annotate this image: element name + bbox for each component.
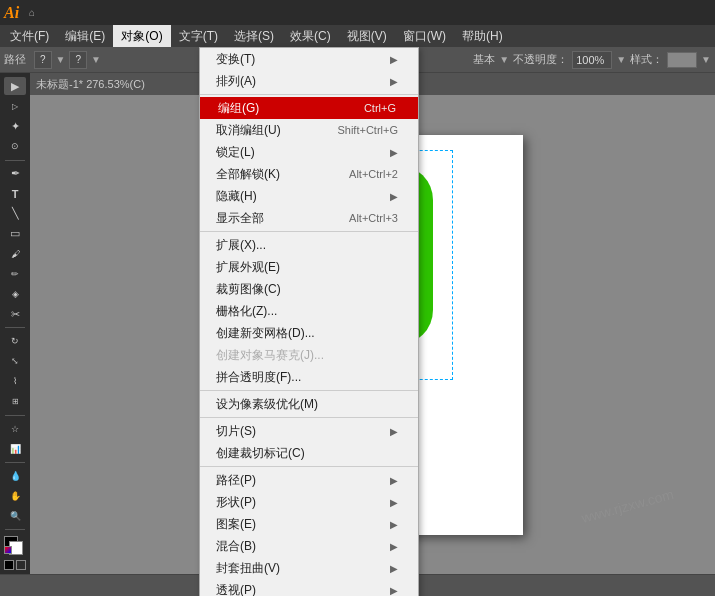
tool-sep-4 (5, 462, 25, 463)
object-menu-dropdown: 变换(T) ▶ 排列(A) ▶ 编组(G) Ctrl+G 取消编组(U) Shi… (199, 47, 419, 596)
left-toolbar: ▶ ▷ ✦ ⊙ ✒ T ╲ ▭ 🖌 ✏ ◈ ✂ ↻ ⤡ ⌇ ⊞ ☆ 📊 💧 ✋ … (0, 73, 30, 574)
menu-arrange[interactable]: 排列(A) ▶ (200, 70, 418, 92)
color-swatches[interactable] (4, 536, 26, 554)
magic-wand-btn[interactable]: ✦ (4, 117, 26, 135)
shortcut-group: Ctrl+G (364, 102, 396, 114)
question-btn2[interactable]: ? (69, 51, 87, 69)
tool-sep-1 (5, 160, 25, 161)
eraser-btn[interactable]: ◈ (4, 285, 26, 303)
menu-effect[interactable]: 效果(C) (282, 25, 339, 47)
sep-5 (200, 466, 418, 467)
menu-file[interactable]: 文件(F) (2, 25, 57, 47)
menu-rasterize[interactable]: 栅格化(Z)... (200, 300, 418, 322)
menu-path[interactable]: 路径(P) ▶ (200, 469, 418, 491)
arrow-slice: ▶ (390, 426, 398, 437)
arrow-envelope: ▶ (390, 563, 398, 574)
menu-hide[interactable]: 隐藏(H) ▶ (200, 185, 418, 207)
rotate-btn[interactable]: ↻ (4, 332, 26, 350)
menu-create-trim-marks[interactable]: 创建裁切标记(C) (200, 442, 418, 464)
rect-btn[interactable]: ▭ (4, 225, 26, 243)
menu-flatten-transparency[interactable]: 拼合透明度(F)... (200, 366, 418, 388)
chart-btn[interactable]: 📊 (4, 440, 26, 458)
symbol-btn[interactable]: ☆ (4, 419, 26, 437)
arrow-hide: ▶ (390, 191, 398, 202)
arrow-arrange: ▶ (390, 76, 398, 87)
eyedropper-btn[interactable]: 💧 (4, 467, 26, 485)
filename: 未标题-1* (36, 77, 83, 92)
menu-help[interactable]: 帮助(H) (454, 25, 511, 47)
home-icon[interactable]: ⌂ (25, 6, 39, 20)
style-label: 样式： (630, 52, 663, 67)
free-transform-btn[interactable]: ⊞ (4, 393, 26, 411)
menu-edit[interactable]: 编辑(E) (57, 25, 113, 47)
shortcut-ungroup: Shift+Ctrl+G (337, 124, 398, 136)
menu-unlock-all[interactable]: 全部解锁(K) Alt+Ctrl+2 (200, 163, 418, 185)
stroke-box[interactable] (16, 560, 26, 570)
menu-group[interactable]: 编组(G) Ctrl+G (200, 97, 418, 119)
zoom-btn[interactable]: 🔍 (4, 507, 26, 525)
menu-create-gradient-mesh[interactable]: 创建新变网格(D)... (200, 322, 418, 344)
sep-1 (200, 94, 418, 95)
hand-btn[interactable]: ✋ (4, 487, 26, 505)
sep-3 (200, 390, 418, 391)
question-btn[interactable]: ? (34, 51, 52, 69)
menu-expand-appearance[interactable]: 扩展外观(E) (200, 256, 418, 278)
arrow-shape: ▶ (390, 497, 398, 508)
title-bar: Ai ⌂ (0, 0, 715, 25)
menu-pixel-optimize[interactable]: 设为像素级优化(M) (200, 393, 418, 415)
pen-btn[interactable]: ✒ (4, 164, 26, 182)
sep-2 (200, 231, 418, 232)
shortcut-show-all: Alt+Ctrl+3 (349, 212, 398, 224)
zoom-level: 276.53% (83, 78, 130, 90)
menu-slice[interactable]: 切片(S) ▶ (200, 420, 418, 442)
menu-bar: 文件(F) 编辑(E) 对象(O) 文字(T) 选择(S) 效果(C) 视图(V… (0, 25, 715, 47)
menu-perspective[interactable]: 透视(P) ▶ (200, 579, 418, 596)
menu-lock[interactable]: 锁定(L) ▶ (200, 141, 418, 163)
path-label: 路径 (4, 52, 26, 67)
arrow-perspective: ▶ (390, 585, 398, 596)
menu-ungroup[interactable]: 取消编组(U) Shift+Ctrl+G (200, 119, 418, 141)
menu-text[interactable]: 文字(T) (171, 25, 226, 47)
arrow-blend: ▶ (390, 541, 398, 552)
style-swatch[interactable] (667, 52, 697, 68)
dropdown-arrow-5: ▼ (701, 54, 711, 65)
opacity-label: 不透明度： (513, 52, 568, 67)
line-btn[interactable]: ╲ (4, 205, 26, 223)
dropdown-arrow-4: ▼ (616, 54, 626, 65)
brush-btn[interactable]: 🖌 (4, 245, 26, 263)
arrow-path: ▶ (390, 475, 398, 486)
fill-box[interactable] (4, 560, 14, 570)
menu-crop-image[interactable]: 裁剪图像(C) (200, 278, 418, 300)
menu-view[interactable]: 视图(V) (339, 25, 395, 47)
arrow-transform: ▶ (390, 54, 398, 65)
blob-brush-btn[interactable]: ✏ (4, 265, 26, 283)
type-btn[interactable]: T (4, 184, 26, 202)
menu-show-all[interactable]: 显示全部 Alt+Ctrl+3 (200, 207, 418, 229)
color-mode: (C) (130, 78, 145, 90)
tool-sep-3 (5, 415, 25, 416)
scissors-btn[interactable]: ✂ (4, 305, 26, 323)
warp-btn[interactable]: ⌇ (4, 372, 26, 390)
app-logo: Ai (4, 4, 19, 22)
menu-transform[interactable]: 变换(T) ▶ (200, 48, 418, 70)
arrow-lock: ▶ (390, 147, 398, 158)
basic-label: 基本 (473, 52, 495, 67)
menu-window[interactable]: 窗口(W) (395, 25, 454, 47)
menu-shape[interactable]: 形状(P) ▶ (200, 491, 418, 513)
opacity-input[interactable] (572, 51, 612, 69)
menu-object[interactable]: 对象(O) (113, 25, 170, 47)
lasso-btn[interactable]: ⊙ (4, 137, 26, 155)
shortcut-unlock: Alt+Ctrl+2 (349, 168, 398, 180)
menu-envelope-distort[interactable]: 封套扭曲(V) ▶ (200, 557, 418, 579)
tool-sep-5 (5, 529, 25, 530)
dropdown-arrow-1: ▼ (56, 54, 66, 65)
select-tool-btn[interactable]: ▶ (4, 77, 26, 95)
menu-expand[interactable]: 扩展(X)... (200, 234, 418, 256)
menu-pattern[interactable]: 图案(E) ▶ (200, 513, 418, 535)
scale-btn[interactable]: ⤡ (4, 352, 26, 370)
menu-select[interactable]: 选择(S) (226, 25, 282, 47)
title-bar-controls: ⌂ (25, 6, 39, 20)
fill-stroke-controls (4, 560, 26, 570)
menu-blend[interactable]: 混合(B) ▶ (200, 535, 418, 557)
direct-select-btn[interactable]: ▷ (4, 97, 26, 115)
